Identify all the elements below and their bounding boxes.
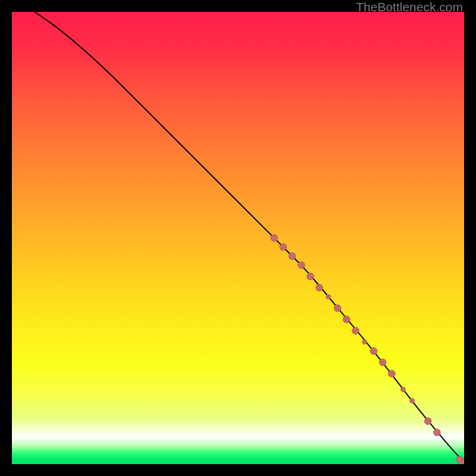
- data-marker: [379, 359, 386, 366]
- data-marker: [388, 370, 395, 377]
- data-marker: [343, 316, 350, 323]
- data-marker: [370, 347, 377, 355]
- chart-background: [12, 12, 464, 464]
- data-marker: [298, 262, 305, 269]
- data-marker: [316, 284, 323, 292]
- data-marker: [334, 305, 341, 312]
- data-marker: [289, 252, 296, 259]
- data-marker: [280, 243, 287, 250]
- data-marker: [400, 387, 405, 392]
- data-marker: [410, 399, 415, 403]
- data-marker: [424, 418, 431, 425]
- data-marker: [352, 327, 359, 334]
- chart-svg: [12, 12, 464, 464]
- data-marker: [362, 340, 367, 345]
- chart-frame: [12, 12, 464, 464]
- data-marker: [307, 273, 314, 280]
- data-marker: [271, 234, 278, 242]
- data-marker: [433, 429, 440, 436]
- data-marker: [326, 295, 331, 299]
